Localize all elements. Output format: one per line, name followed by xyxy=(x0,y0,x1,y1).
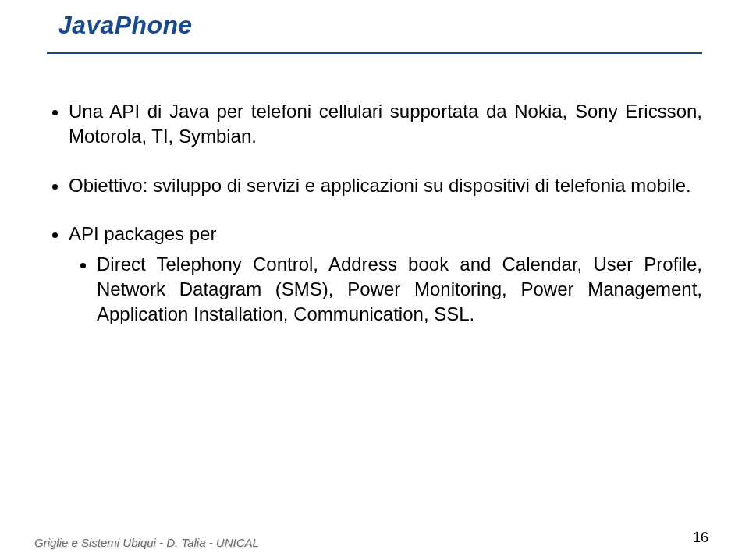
sub-bullet-item: Direct Telephony Control, Address book a… xyxy=(97,252,702,328)
bullet-item: API packages per Direct Telephony Contro… xyxy=(69,222,702,328)
page-number: 16 xyxy=(693,530,708,546)
bullet-text: API packages per xyxy=(69,223,216,244)
bullet-text: Una API di Java per telefoni cellulari s… xyxy=(69,101,702,147)
bullet-item: Una API di Java per telefoni cellulari s… xyxy=(69,99,702,150)
slide-body: Una API di Java per telefoni cellulari s… xyxy=(47,99,702,328)
bullet-text: Obiettivo: sviluppo di servizi e applica… xyxy=(69,175,691,196)
bullet-item: Obiettivo: sviluppo di servizi e applica… xyxy=(69,173,702,198)
title-rule xyxy=(47,52,702,54)
bullet-list: Una API di Java per telefoni cellulari s… xyxy=(47,99,702,328)
slide: JavaPhone Una API di Java per telefoni c… xyxy=(0,0,749,560)
footer-text: Griglie e Sistemi Ubiqui - D. Talia - UN… xyxy=(34,536,259,549)
sub-bullet-list: Direct Telephony Control, Address book a… xyxy=(69,252,702,328)
sub-bullet-text: Direct Telephony Control, Address book a… xyxy=(97,253,702,325)
slide-title: JavaPhone xyxy=(58,11,702,40)
